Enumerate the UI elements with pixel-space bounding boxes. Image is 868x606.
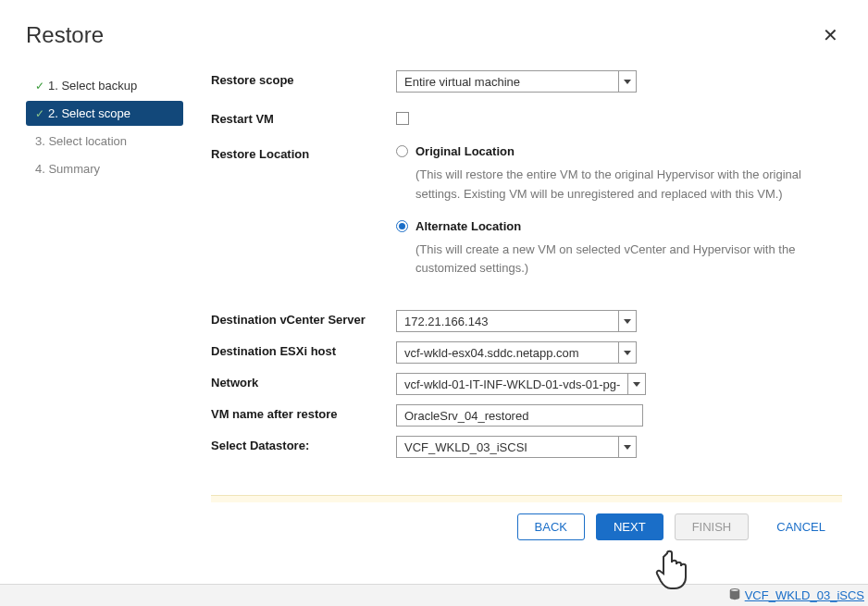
dialog-footer: BACK NEXT FINISH CANCEL [211,513,842,548]
label-vm-name: VM name after restore [211,404,396,421]
dialog-title: Restore [26,22,104,48]
row-dest-esxi: Destination ESXi host vcf-wkld-esx04.sdd… [211,341,842,364]
restore-scope-select[interactable]: Entire virtual machine [396,70,637,93]
chevron-down-icon[interactable] [619,71,636,92]
row-datastore: Select Datastore: VCF_WKLD_03_iSCSI [211,436,842,458]
step-select-scope[interactable]: ✓ 2. Select scope [26,101,183,126]
label-restart-vm: Restart VM [211,109,396,126]
restore-dialog: Restore ✕ ✓ 1. Select backup ✓ 2. Select… [0,0,868,606]
help-original-location: (This will restore the entire VM to the … [415,166,842,204]
finish-button: FINISH [675,513,750,540]
chevron-down-icon[interactable] [619,437,636,457]
network-select[interactable]: vcf-wkld-01-IT-INF-WKLD-01-vds-01-pg- [396,373,646,395]
dialog-header: Restore ✕ [26,22,842,48]
dialog-body: ✓ 1. Select backup ✓ 2. Select scope 3. … [26,70,842,591]
step-select-backup[interactable]: ✓ 1. Select backup [26,73,183,98]
radio-alternate-location[interactable]: Alternate Location [396,219,842,233]
datastore-select[interactable]: VCF_WKLD_03_iSCSI [396,436,637,458]
dest-vcenter-select[interactable]: 172.21.166.143 [396,310,637,332]
label-dest-esxi: Destination ESXi host [211,341,396,358]
step-summary: 4. Summary [26,156,183,181]
label-restore-scope: Restore scope [211,70,396,87]
wizard-steps: ✓ 1. Select backup ✓ 2. Select scope 3. … [26,70,192,591]
cancel-button[interactable]: CANCEL [760,514,842,539]
check-icon: ✓ [35,107,44,120]
help-alternate-location: (This will create a new VM on selected v… [415,241,842,279]
row-vm-name: VM name after restore [211,404,842,427]
label-network: Network [211,373,396,390]
notice-strip [211,495,842,502]
radio-original-location[interactable]: Original Location [396,144,842,158]
row-network: Network vcf-wkld-01-IT-INF-WKLD-01-vds-0… [211,373,842,395]
vm-name-input[interactable] [396,404,643,427]
step-select-location: 3. Select location [26,129,183,154]
back-button[interactable]: BACK [517,513,585,540]
chevron-down-icon[interactable] [628,374,645,394]
dest-esxi-select[interactable]: vcf-wkld-esx04.sddc.netapp.com [396,341,637,364]
next-button[interactable]: NEXT [596,513,663,540]
check-icon: ✓ [35,80,44,93]
form-panel: Restore scope Entire virtual machine Res… [192,70,842,591]
chevron-down-icon[interactable] [619,342,636,363]
row-restart-vm: Restart VM [211,109,842,128]
restart-vm-checkbox[interactable] [396,112,409,125]
close-icon[interactable]: ✕ [819,22,842,48]
radio-icon [396,220,408,232]
row-restore-scope: Restore scope Entire virtual machine [211,70,842,93]
chevron-down-icon[interactable] [619,311,636,331]
radio-icon [396,145,408,157]
row-dest-vcenter: Destination vCenter Server 172.21.166.14… [211,310,842,332]
label-dest-vcenter: Destination vCenter Server [211,310,396,327]
row-restore-location: Restore Location Original Location (This… [211,144,842,293]
label-datastore: Select Datastore: [211,436,396,452]
label-restore-location: Restore Location [211,144,396,161]
